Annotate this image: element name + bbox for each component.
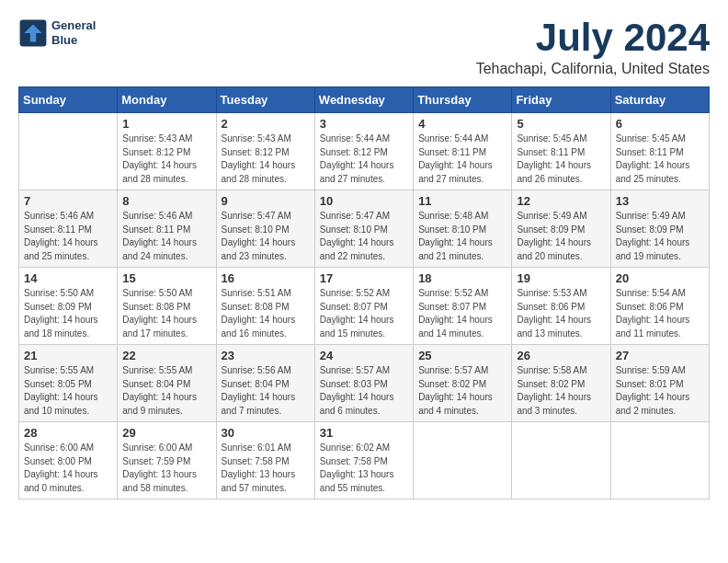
day-number: 31: [320, 426, 408, 440]
logo-line1: General: [51, 18, 96, 33]
day-number: 5: [517, 117, 605, 131]
calendar-cell: 17Sunrise: 5:52 AM Sunset: 8:07 PM Dayli…: [314, 268, 413, 345]
calendar-cell: 26Sunrise: 5:58 AM Sunset: 8:02 PM Dayli…: [512, 345, 610, 422]
calendar-day-header: Tuesday: [216, 87, 314, 113]
day-info: Sunrise: 5:47 AM Sunset: 8:10 PM Dayligh…: [222, 210, 310, 263]
day-info: Sunrise: 6:00 AM Sunset: 8:00 PM Dayligh…: [24, 442, 112, 495]
calendar-week-row: 21Sunrise: 5:55 AM Sunset: 8:05 PM Dayli…: [19, 345, 710, 422]
calendar-cell: 20Sunrise: 5:54 AM Sunset: 8:06 PM Dayli…: [610, 268, 709, 345]
day-number: 12: [517, 194, 605, 208]
calendar-cell: 5Sunrise: 5:45 AM Sunset: 8:11 PM Daylig…: [512, 113, 610, 190]
calendar-day-header: Wednesday: [314, 87, 413, 113]
day-number: 19: [517, 271, 605, 285]
day-number: 13: [616, 194, 704, 208]
calendar-cell: 14Sunrise: 5:50 AM Sunset: 8:09 PM Dayli…: [19, 268, 118, 345]
calendar-day-header: Monday: [118, 87, 216, 113]
calendar-day-header: Saturday: [610, 87, 709, 113]
calendar-cell: [19, 113, 118, 190]
calendar-day-header: Thursday: [414, 87, 512, 113]
calendar-cell: 9Sunrise: 5:47 AM Sunset: 8:10 PM Daylig…: [216, 190, 314, 268]
day-info: Sunrise: 5:58 AM Sunset: 8:02 PM Dayligh…: [517, 364, 605, 418]
calendar-cell: 22Sunrise: 5:55 AM Sunset: 8:04 PM Dayli…: [118, 345, 216, 422]
day-info: Sunrise: 5:46 AM Sunset: 8:11 PM Dayligh…: [122, 210, 210, 263]
day-number: 3: [320, 117, 408, 131]
calendar-cell: 10Sunrise: 5:47 AM Sunset: 8:10 PM Dayli…: [314, 190, 413, 268]
day-info: Sunrise: 5:49 AM Sunset: 8:09 PM Dayligh…: [616, 210, 704, 263]
calendar-cell: [610, 422, 709, 500]
calendar-day-header: Friday: [512, 87, 610, 113]
title-area: July 2024 Tehachapi, California, United …: [476, 18, 710, 77]
day-info: Sunrise: 5:53 AM Sunset: 8:06 PM Dayligh…: [517, 287, 605, 340]
calendar-table: SundayMondayTuesdayWednesdayThursdayFrid…: [18, 86, 710, 500]
day-number: 25: [418, 349, 506, 362]
calendar-cell: 15Sunrise: 5:50 AM Sunset: 8:08 PM Dayli…: [118, 268, 216, 345]
logo: General Blue: [18, 18, 96, 48]
calendar-cell: 28Sunrise: 6:00 AM Sunset: 8:00 PM Dayli…: [19, 422, 118, 500]
calendar-cell: 13Sunrise: 5:49 AM Sunset: 8:09 PM Dayli…: [610, 190, 709, 268]
logo-text: General Blue: [51, 18, 96, 47]
day-info: Sunrise: 5:55 AM Sunset: 8:05 PM Dayligh…: [24, 364, 112, 418]
day-info: Sunrise: 5:50 AM Sunset: 8:09 PM Dayligh…: [24, 287, 112, 340]
day-info: Sunrise: 5:46 AM Sunset: 8:11 PM Dayligh…: [24, 210, 112, 263]
day-number: 6: [616, 117, 704, 131]
day-number: 2: [222, 117, 310, 131]
day-number: 18: [418, 271, 506, 285]
day-number: 28: [24, 426, 112, 440]
calendar-cell: 8Sunrise: 5:46 AM Sunset: 8:11 PM Daylig…: [118, 190, 216, 268]
calendar-cell: 12Sunrise: 5:49 AM Sunset: 8:09 PM Dayli…: [512, 190, 610, 268]
day-number: 29: [122, 426, 210, 440]
calendar-day-header: Sunday: [19, 87, 118, 113]
day-number: 14: [24, 271, 112, 285]
day-number: 26: [517, 349, 605, 362]
day-number: 1: [122, 117, 210, 131]
day-number: 22: [122, 349, 210, 362]
calendar-cell: 7Sunrise: 5:46 AM Sunset: 8:11 PM Daylig…: [19, 190, 118, 268]
calendar-cell: [414, 422, 512, 500]
calendar-cell: 30Sunrise: 6:01 AM Sunset: 7:58 PM Dayli…: [216, 422, 314, 500]
day-info: Sunrise: 5:45 AM Sunset: 8:11 PM Dayligh…: [616, 132, 704, 186]
main-title: July 2024: [476, 18, 710, 57]
calendar-cell: 31Sunrise: 6:02 AM Sunset: 7:58 PM Dayli…: [314, 422, 413, 500]
day-number: 24: [320, 349, 408, 362]
day-info: Sunrise: 5:59 AM Sunset: 8:01 PM Dayligh…: [616, 364, 704, 418]
calendar-cell: 1Sunrise: 5:43 AM Sunset: 8:12 PM Daylig…: [118, 113, 216, 190]
day-number: 23: [222, 349, 310, 362]
header: General Blue July 2024 Tehachapi, Califo…: [18, 18, 710, 77]
day-number: 16: [222, 271, 310, 285]
day-info: Sunrise: 5:55 AM Sunset: 8:04 PM Dayligh…: [122, 364, 210, 418]
day-info: Sunrise: 5:56 AM Sunset: 8:04 PM Dayligh…: [222, 364, 310, 418]
day-info: Sunrise: 5:47 AM Sunset: 8:10 PM Dayligh…: [320, 210, 408, 263]
day-info: Sunrise: 5:51 AM Sunset: 8:08 PM Dayligh…: [222, 287, 310, 340]
calendar-week-row: 14Sunrise: 5:50 AM Sunset: 8:09 PM Dayli…: [19, 268, 710, 345]
day-info: Sunrise: 6:02 AM Sunset: 7:58 PM Dayligh…: [320, 442, 408, 495]
day-number: 30: [222, 426, 310, 440]
day-number: 7: [24, 194, 112, 208]
calendar-cell: 16Sunrise: 5:51 AM Sunset: 8:08 PM Dayli…: [216, 268, 314, 345]
day-number: 10: [320, 194, 408, 208]
day-info: Sunrise: 5:43 AM Sunset: 8:12 PM Dayligh…: [122, 132, 210, 186]
calendar-cell: 2Sunrise: 5:43 AM Sunset: 8:12 PM Daylig…: [216, 113, 314, 190]
calendar-week-row: 28Sunrise: 6:00 AM Sunset: 8:00 PM Dayli…: [19, 422, 710, 500]
day-number: 4: [418, 117, 506, 131]
day-info: Sunrise: 5:52 AM Sunset: 8:07 PM Dayligh…: [320, 287, 408, 340]
day-info: Sunrise: 5:57 AM Sunset: 8:02 PM Dayligh…: [418, 364, 506, 418]
calendar-cell: 3Sunrise: 5:44 AM Sunset: 8:12 PM Daylig…: [314, 113, 413, 190]
day-info: Sunrise: 5:57 AM Sunset: 8:03 PM Dayligh…: [320, 364, 408, 418]
calendar-cell: 6Sunrise: 5:45 AM Sunset: 8:11 PM Daylig…: [610, 113, 709, 190]
calendar-cell: 27Sunrise: 5:59 AM Sunset: 8:01 PM Dayli…: [610, 345, 709, 422]
day-info: Sunrise: 5:45 AM Sunset: 8:11 PM Dayligh…: [517, 132, 605, 186]
calendar-cell: 25Sunrise: 5:57 AM Sunset: 8:02 PM Dayli…: [414, 345, 512, 422]
calendar-cell: 11Sunrise: 5:48 AM Sunset: 8:10 PM Dayli…: [414, 190, 512, 268]
calendar-cell: 24Sunrise: 5:57 AM Sunset: 8:03 PM Dayli…: [314, 345, 413, 422]
calendar-week-row: 1Sunrise: 5:43 AM Sunset: 8:12 PM Daylig…: [19, 113, 710, 190]
calendar-cell: [512, 422, 610, 500]
calendar-cell: 21Sunrise: 5:55 AM Sunset: 8:05 PM Dayli…: [19, 345, 118, 422]
logo-icon: [18, 18, 48, 48]
day-number: 15: [122, 271, 210, 285]
calendar-cell: 19Sunrise: 5:53 AM Sunset: 8:06 PM Dayli…: [512, 268, 610, 345]
calendar-cell: 23Sunrise: 5:56 AM Sunset: 8:04 PM Dayli…: [216, 345, 314, 422]
day-number: 27: [616, 349, 704, 362]
day-number: 17: [320, 271, 408, 285]
day-info: Sunrise: 5:48 AM Sunset: 8:10 PM Dayligh…: [418, 210, 506, 263]
calendar-header-row: SundayMondayTuesdayWednesdayThursdayFrid…: [19, 87, 710, 113]
